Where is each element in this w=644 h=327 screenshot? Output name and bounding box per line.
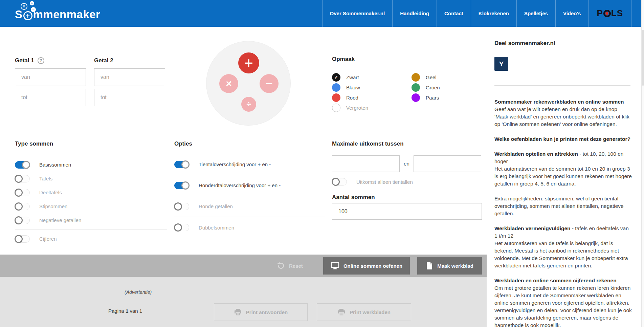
tafels-toggle[interactable] [15, 175, 30, 182]
color-option-geel[interactable]: ✓ Geel [412, 73, 486, 82]
nav-item-klokrekenen[interactable]: Klokrekenen [471, 0, 516, 27]
monitor-icon [331, 262, 339, 270]
toggle-knob [15, 175, 23, 183]
pols-o-icon [603, 10, 611, 17]
en-label: en [400, 161, 414, 167]
yurls-share-button[interactable]: Y [494, 57, 508, 71]
getal1-block: Getal 1 ? [15, 57, 86, 106]
plus-operation-button[interactable]: + [238, 52, 259, 73]
rood-swatch-icon: ✓ [332, 93, 340, 102]
print-antwoorden-button[interactable]: Print antwoorden [214, 303, 308, 321]
page-scrollbar-thumb[interactable] [642, 30, 644, 86]
color-option-zwart[interactable]: ✓ Zwart [332, 73, 412, 82]
color-option-blauw[interactable]: ✓ Blauw [332, 83, 412, 92]
nav-item-spelletjes[interactable]: Spelletjes [516, 0, 555, 27]
uitkomst-tientallen-toggle[interactable] [332, 178, 347, 186]
right-sidebar: Deel sommenmaker.nl Y Sommenmaker rekenw… [494, 40, 632, 47]
action-bar: Reset Online sommen oefenen Maak werkbla… [0, 255, 487, 277]
negatieve-getallen-toggle[interactable] [15, 217, 30, 224]
toggle-row-dubbelsommen: Dubbelsommen [174, 217, 325, 238]
getal1-tot-input[interactable] [15, 89, 86, 106]
reset-button[interactable]: Reset [277, 255, 303, 277]
toggle-row-honderdtaloverschrijding: Honderdtaloverschrijding voor + en - [174, 175, 325, 196]
operation-selector-circle: + × − ÷ [206, 41, 291, 126]
top-navbar: × ÷ − S+mmenmaker Over Sommenmaker.nl Ha… [0, 0, 641, 27]
blauw-swatch-icon: ✓ [332, 83, 340, 92]
toggle-knob [15, 189, 23, 197]
nav-item-over-sommenmaker[interactable]: Over Sommenmaker.nl [322, 0, 393, 27]
zwart-swatch-icon: ✓ [332, 73, 340, 82]
pols-red-dot [605, 12, 608, 15]
document-icon [426, 262, 433, 270]
honderdtaloverschrijding-toggle[interactable] [174, 182, 189, 189]
toggle-row-cijferen: Cijferen [15, 232, 167, 246]
toggle-knob [15, 202, 23, 211]
page-scrollbar-track[interactable] [641, 0, 644, 327]
geel-swatch-icon: ✓ [412, 73, 420, 82]
minus-operation-button[interactable]: − [260, 74, 279, 93]
ronde-getallen-toggle[interactable] [174, 203, 189, 210]
nav-item-contact[interactable]: Contact [437, 0, 471, 27]
dubbelsommen-toggle[interactable] [174, 224, 189, 231]
multiply-operation-button[interactable]: × [219, 74, 238, 93]
opties-title: Opties [174, 140, 325, 147]
type-sommen-section: Type sommen Basissommen Tafels Deeltafel… [15, 140, 167, 246]
print-werkbladen-button[interactable]: Print werkbladen [317, 303, 411, 321]
sidebar-section: Welke oefenbladen kun je printen met dez… [494, 135, 632, 143]
plus-circle-icon: + [23, 11, 32, 20]
getal2-van-input[interactable] [94, 68, 165, 86]
printer-icon [234, 308, 242, 316]
check-icon: ✓ [334, 74, 338, 80]
nav-item-handleiding[interactable]: Handleiding [392, 0, 437, 27]
sidebar-section: Sommenmaker rekenwerkbladen en online so… [494, 98, 632, 128]
color-option-rood[interactable]: ✓ Rood [332, 93, 412, 102]
maak-werkblad-button[interactable]: Maak werkblad [417, 257, 482, 275]
toggle-knob [181, 160, 190, 169]
basissommen-toggle[interactable] [15, 161, 30, 169]
minus-circle-icon: − [31, 7, 36, 12]
type-sommen-title: Type sommen [15, 140, 167, 147]
toggle-row-tientaloverschrijding: Tientaloverschrijding voor + en - [174, 154, 325, 175]
maximale-uitkomst-section: Maximale uitkomst tussen en Uitkomst all… [332, 140, 482, 147]
pols-logo[interactable]: P LS [588, 0, 631, 27]
help-icon[interactable]: ? [38, 57, 44, 64]
toggle-row-negatieve-getallen: Negatieve getallen [15, 213, 167, 227]
nav-item-videos[interactable]: Video's [555, 0, 588, 27]
toggle-knob [15, 235, 23, 243]
color-option-groen[interactable]: ✓ Groen [412, 83, 486, 92]
divide-operation-button[interactable]: ÷ [241, 97, 256, 112]
divider [15, 230, 167, 230]
groen-swatch-icon: ✓ [412, 83, 420, 92]
reset-icon [277, 262, 285, 270]
getal2-tot-input[interactable] [94, 89, 165, 106]
aantal-sommen-input[interactable] [332, 203, 482, 220]
sommenmaker-logo[interactable]: × ÷ − S+mmenmaker [15, 8, 100, 21]
printer-icon [337, 308, 346, 316]
sidebar-section: Extra mogelijkheden: stipsommen, wel of … [494, 195, 632, 217]
main-nav: Over Sommenmaker.nl Handleiding Contact … [322, 0, 631, 27]
toggle-knob [15, 216, 23, 224]
deeltafels-toggle[interactable] [15, 189, 30, 196]
logo-text-suffix: mmenmaker [33, 8, 101, 21]
toggle-row-ronde-getallen: Ronde getallen [174, 196, 325, 217]
toggle-row-deeltafels: Deeltafels [15, 186, 167, 199]
color-option-paars[interactable]: ✓ Paars [412, 93, 486, 102]
advertentie-label: (Advertentie) [125, 289, 152, 295]
toggle-knob [181, 181, 190, 190]
getal2-label: Getal 2 [94, 57, 113, 64]
cijferen-toggle[interactable] [15, 235, 30, 243]
divide-circle-icon: ÷ [30, 1, 34, 5]
max-uitkomst-max-input[interactable] [414, 155, 481, 172]
online-sommen-oefenen-button[interactable]: Online sommen oefenen [323, 257, 410, 275]
toggle-row-uitkomst-tientallen: Uitkomst alleen tientallen [332, 178, 413, 186]
opmaak-options: ✓ Zwart ✓ Blauw ✓ Rood ✓ Vergroten ✓ Gee… [332, 72, 486, 113]
max-uitkomst-min-input[interactable] [332, 155, 400, 172]
sidebar-section: Werkbladen en online sommen cijferend re… [494, 277, 632, 327]
stipsommen-toggle[interactable] [15, 203, 30, 210]
logo-text-prefix: S [15, 8, 23, 21]
tientaloverschrijding-toggle[interactable] [174, 161, 189, 168]
color-option-vergroten[interactable]: ✓ Vergroten [332, 104, 412, 112]
vergroten-swatch-icon: ✓ [332, 104, 340, 112]
getal1-van-input[interactable] [15, 68, 86, 86]
aantal-sommen-title: Aantal sommen [332, 194, 375, 201]
